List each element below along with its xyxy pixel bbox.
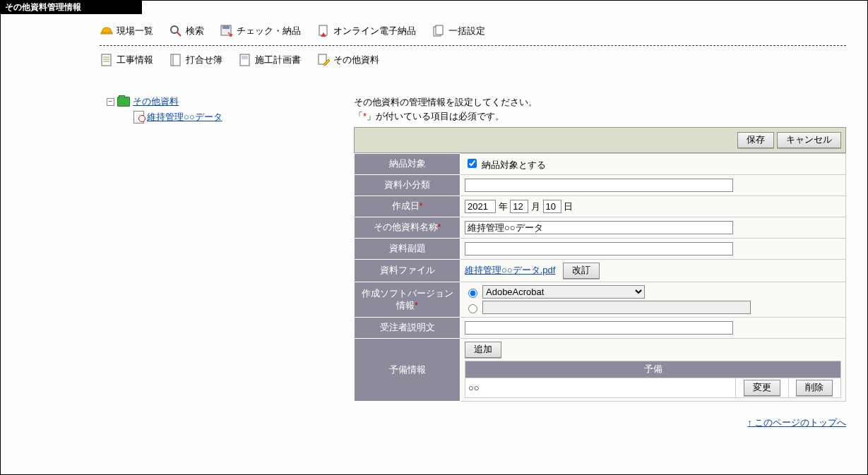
svg-rect-7 — [436, 25, 443, 35]
label-date: 作成日* — [355, 196, 460, 217]
input-day[interactable] — [543, 200, 561, 213]
input-subclass[interactable] — [465, 179, 733, 192]
divider — [100, 45, 846, 46]
svg-rect-4 — [222, 25, 230, 29]
toolbar-site-list[interactable]: 現場一覧 — [100, 24, 153, 38]
disk-arrow-icon — [220, 24, 234, 38]
radio-soft-text[interactable] — [468, 304, 477, 313]
label-software: 作成ソフトバージョン情報* — [355, 282, 460, 318]
revise-button[interactable]: 改訂 — [563, 263, 600, 279]
toolbar-batch-settings[interactable]: 一括設定 — [432, 24, 485, 38]
label-subtitle: 資料副題 — [355, 239, 460, 260]
folder-icon — [117, 97, 130, 107]
delete-button[interactable]: 削除 — [796, 380, 833, 396]
svg-rect-12 — [171, 54, 180, 66]
sub-kouji-info[interactable]: 工事情報 — [100, 53, 153, 67]
button-bar: 保存 キャンセル — [354, 127, 846, 153]
file-icon — [133, 111, 144, 124]
helmet-icon — [100, 24, 114, 38]
input-subtitle[interactable] — [465, 242, 733, 255]
select-software[interactable]: AdobeAcrobat — [482, 285, 645, 299]
documents-icon — [432, 24, 446, 38]
tree-collapse-toggle[interactable]: − — [107, 98, 114, 106]
input-explanation[interactable] — [465, 321, 733, 335]
reserve-value: ○○ — [465, 378, 736, 398]
form-table: 納品対象 納品対象とする 資料小分類 作成日* — [354, 153, 846, 402]
label-explanation: 受注者説明文 — [355, 318, 460, 339]
sub-uchiawase[interactable]: 打合せ簿 — [169, 53, 222, 67]
table-row: ○○ 変更 削除 — [465, 378, 841, 398]
form-panel: その他資料の管理情報を設定してください。 「*」が付いている項目は必須です。 保… — [354, 95, 846, 429]
checkbox-noukin-label: 納品対象とする — [482, 160, 546, 170]
toolbar-search[interactable]: 検索 — [169, 24, 204, 38]
doc-pen-icon — [316, 53, 331, 67]
input-software-text[interactable] — [482, 301, 751, 314]
reserve-table: 予備 ○○ 変更 削除 — [465, 361, 841, 398]
file-link[interactable]: 維持管理○○データ.pdf — [465, 265, 555, 275]
tree-child-link[interactable]: 維持管理○○データ — [147, 111, 222, 124]
tree-root-link[interactable]: その他資料 — [133, 95, 179, 108]
input-year[interactable] — [465, 200, 496, 213]
toolbar-sub: 工事情報 打合せ簿 施工計画書 その他資料 — [100, 50, 846, 70]
label-reserve: 予備情報 — [355, 339, 460, 402]
save-button[interactable]: 保存 — [737, 132, 774, 148]
input-month[interactable] — [510, 200, 528, 213]
input-docname[interactable] — [465, 221, 733, 234]
page-title: その他資料管理情報 — [1, 1, 142, 14]
page-top-area: ↑ このページのトップへ — [354, 417, 846, 429]
label-subclass: 資料小分類 — [355, 175, 460, 196]
page-top-link[interactable]: ↑ このページのトップへ — [747, 418, 846, 428]
add-button[interactable]: 追加 — [465, 342, 501, 358]
svg-rect-0 — [101, 32, 112, 34]
plan-doc-icon — [238, 53, 252, 67]
label-file: 資料ファイル — [355, 260, 460, 282]
search-icon — [169, 24, 183, 38]
toolbar-top: 現場一覧 検索 チェック・納品 オンライン電子納品 — [100, 21, 846, 41]
label-noukin: 納品対象 — [355, 154, 460, 175]
form-instruction: その他資料の管理情報を設定してください。 「*」が付いている項目は必須です。 — [354, 95, 846, 123]
svg-rect-8 — [102, 54, 111, 66]
radio-soft-select[interactable] — [468, 289, 477, 298]
toolbar-online-delivery[interactable]: オンライン電子納品 — [316, 24, 416, 38]
svg-line-2 — [177, 32, 181, 36]
checkbox-noukin[interactable] — [468, 159, 477, 168]
toolbar-check-delivery[interactable]: チェック・納品 — [220, 24, 301, 38]
tree-panel: − その他資料 維持管理○○データ — [100, 95, 326, 429]
doc-lines-icon — [100, 53, 114, 67]
cancel-button[interactable]: キャンセル — [777, 132, 841, 148]
svg-point-1 — [171, 26, 178, 33]
label-docname: その他資料名称* — [355, 217, 460, 239]
sub-other-docs[interactable]: その他資料 — [316, 53, 379, 67]
sub-sekou-plan[interactable]: 施工計画書 — [238, 53, 301, 67]
doc-upload-icon — [316, 24, 331, 38]
svg-rect-15 — [242, 56, 248, 59]
reserve-header: 予備 — [465, 361, 841, 378]
notebook-icon — [169, 53, 183, 67]
change-button[interactable]: 変更 — [744, 380, 780, 396]
